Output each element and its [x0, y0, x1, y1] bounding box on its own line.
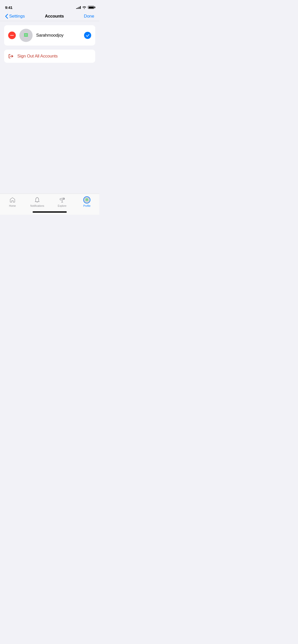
remove-account-button[interactable] [8, 32, 16, 39]
nav-bar: Settings Accounts Done [0, 11, 99, 21]
back-label: Settings [9, 14, 25, 19]
sign-out-icon [8, 54, 14, 59]
tab-profile[interactable]: Profile [78, 196, 96, 207]
done-button[interactable]: Done [84, 14, 94, 19]
wifi-icon [82, 6, 86, 9]
tab-notifications[interactable]: Notifications [28, 196, 46, 207]
svg-rect-12 [86, 199, 88, 199]
back-button[interactable]: Settings [5, 14, 25, 19]
check-icon [86, 34, 89, 37]
account-card: Sarahmoodjoy [4, 25, 95, 46]
tab-home-label: Home [9, 204, 16, 207]
tab-profile-label: Profile [83, 204, 90, 207]
signout-arrow-icon [8, 54, 14, 59]
svg-rect-5 [25, 34, 25, 37]
signal-icon [76, 6, 81, 9]
app-logo-icon [21, 31, 31, 40]
tab-home[interactable]: Home [4, 196, 21, 207]
svg-point-11 [84, 197, 90, 203]
profile-avatar-icon [83, 196, 90, 203]
sign-out-label: Sign Out All Accounts [17, 54, 58, 59]
page-title: Accounts [45, 14, 64, 19]
tab-explore-label: Explore [58, 204, 66, 207]
status-bar: 9:41 [0, 0, 99, 11]
svg-rect-4 [24, 36, 28, 37]
svg-rect-16 [86, 199, 87, 201]
account-avatar [19, 29, 33, 42]
telescope-icon [59, 196, 66, 203]
account-username: Sarahmoodjoy [36, 33, 80, 38]
svg-rect-6 [26, 34, 27, 37]
home-indicator [33, 211, 67, 213]
tab-notifications-label: Notifications [30, 204, 44, 207]
svg-point-10 [63, 198, 64, 200]
profile-tab-avatar [83, 196, 90, 203]
svg-rect-1 [24, 33, 28, 34]
battery-icon [88, 6, 94, 9]
svg-rect-17 [87, 199, 88, 201]
svg-rect-15 [86, 200, 88, 201]
selected-checkmark [84, 32, 91, 39]
nav-separator [0, 21, 99, 21]
bell-icon [34, 196, 41, 203]
profile-logo-icon [84, 197, 90, 203]
content-area: Sarahmoodjoy Sign Out All Accounts [0, 21, 99, 63]
chevron-left-icon [5, 14, 8, 19]
status-icons [76, 6, 94, 9]
tab-explore[interactable]: Explore [53, 196, 71, 207]
svg-point-0 [21, 31, 31, 40]
home-icon [9, 196, 16, 203]
status-time: 9:41 [5, 5, 12, 10]
sign-out-card[interactable]: Sign Out All Accounts [4, 50, 95, 63]
